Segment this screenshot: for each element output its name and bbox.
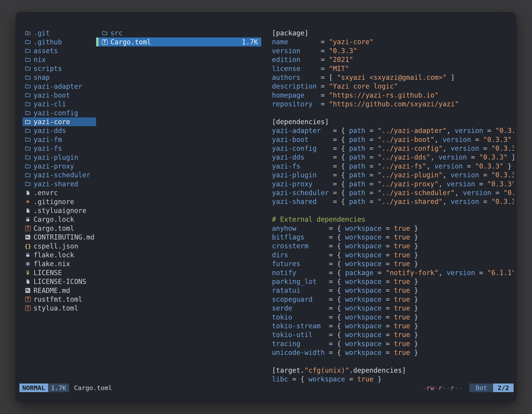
token-pun: = — [365, 189, 378, 197]
parent-item-yazi-shared[interactable]: yazi-shared — [22, 180, 96, 188]
token-key: workspace — [345, 251, 382, 259]
token-key: workspace — [345, 322, 382, 330]
preview-line: yazi-fs = { path = "../yazi-fs", version… — [272, 162, 514, 171]
parent-item-LICENSE[interactable]: LICENSE — [22, 268, 96, 277]
token-pun: = — [381, 322, 394, 330]
token-pun: } — [410, 233, 418, 241]
token-bool: true — [394, 278, 410, 286]
parent-item-Cargo.lock[interactable]: Cargo.lock — [22, 215, 96, 224]
token-str: "0.3.3" — [483, 136, 512, 144]
parent-item-.gitignore[interactable]: .gitignore — [22, 197, 96, 206]
token-key: workspace — [345, 313, 382, 321]
token-key: version — [451, 198, 479, 206]
token-pun: = — [365, 153, 378, 161]
preview-line — [272, 206, 514, 215]
item-label: .github — [34, 38, 62, 46]
token-str: "0.3.3" — [491, 198, 514, 206]
token-pun: = { — [317, 278, 345, 286]
token-pun: = — [345, 375, 357, 383]
parent-item-flake.lock[interactable]: flake.lock — [22, 250, 96, 259]
parent-item-Cargo.toml[interactable]: TCargo.toml — [22, 224, 96, 233]
token-pun: , — [442, 171, 451, 179]
token-pun: = — [365, 171, 378, 179]
parent-item-LICENSE-ICONS[interactable]: LICENSE-ICONS — [22, 277, 96, 286]
token-pun: = { — [304, 153, 349, 161]
perm-dash: - — [434, 384, 438, 392]
token-key: authors — [272, 73, 300, 81]
parent-item-README.md[interactable]: M↓README.md — [22, 286, 96, 295]
parent-item-yazi-proxy[interactable]: yazi-proxy — [22, 162, 96, 171]
parent-item-yazi-adapter[interactable]: yazi-adapter — [22, 82, 96, 91]
token-com: # External dependencies — [272, 215, 365, 223]
token-pun: = — [365, 162, 378, 170]
parent-item-yazi-config[interactable]: yazi-config — [22, 109, 96, 117]
parent-item-yazi-boot[interactable]: yazi-boot — [22, 91, 96, 100]
token-key: path — [349, 180, 365, 188]
token-pun: , — [430, 153, 438, 161]
token-bool: true — [394, 304, 410, 312]
preview-line: [target."cfg(unix)".dependencies] — [272, 366, 514, 375]
parent-item-assets[interactable]: assets — [22, 47, 96, 55]
perm-letter: r — [438, 384, 442, 392]
parent-item-snap[interactable]: snap — [22, 73, 96, 82]
parent-item-cspell.json[interactable]: {}cspell.json — [22, 241, 96, 250]
toml-icon: T — [25, 305, 31, 312]
folder-icon — [25, 127, 31, 135]
parent-item-.styluaignore[interactable]: .styluaignore — [22, 206, 96, 215]
preview-line: edition = "2021" — [272, 55, 514, 64]
preview-line: scopeguard = { workspace = true } — [272, 295, 514, 304]
parent-item-CONTRIBUTING.md[interactable]: M↓CONTRIBUTING.md — [22, 233, 96, 241]
token-key: futures — [272, 260, 300, 268]
token-pun: } — [410, 251, 418, 259]
preview-line: repository = "https://github.com/sxyazi/… — [272, 100, 514, 108]
token-bool: true — [394, 251, 410, 259]
token-bool: true — [394, 340, 410, 348]
preview-line: tracing = { workspace = true } — [272, 339, 514, 348]
preview-line: yazi-dds = { path = "../yazi-dds", versi… — [272, 153, 514, 162]
preview-line — [272, 109, 514, 117]
token-pun: = { — [313, 331, 345, 339]
token-key: workspace — [345, 304, 382, 312]
item-label: yazi-cli — [34, 100, 66, 108]
parent-item-yazi-dds[interactable]: yazi-dds — [22, 126, 96, 135]
folder-icon — [25, 136, 31, 143]
parent-item-stylua.toml[interactable]: Tstylua.toml — [22, 304, 96, 313]
token-str: "Yazi core logic" — [329, 82, 398, 90]
current-item-Cargo.toml[interactable]: TCargo.toml1.7K — [96, 38, 261, 46]
token-pun: = — [381, 260, 394, 268]
current-item-src[interactable]: src — [96, 29, 261, 38]
cursor-position-badge: 2/2 — [493, 384, 513, 392]
parent-item-.github[interactable]: .github — [22, 38, 96, 46]
parent-item-scripts[interactable]: scripts — [22, 64, 96, 73]
parent-item-yazi-fm[interactable]: yazi-fm — [22, 135, 96, 144]
token-key: edition — [272, 56, 300, 64]
token-pun: = { — [288, 251, 345, 259]
token-pun: = — [381, 340, 394, 348]
parent-item-yazi-plugin[interactable]: yazi-plugin — [22, 153, 96, 162]
parent-item-.envrc[interactable]: .envrc — [22, 188, 96, 197]
token-key: yazi-proxy — [272, 180, 313, 188]
token-key: version — [446, 269, 475, 277]
token-key: tracing — [272, 340, 300, 348]
lock-icon — [25, 216, 31, 223]
token-key: path — [349, 153, 365, 161]
perm-dash: - — [455, 384, 459, 392]
folder-icon — [25, 74, 31, 81]
git-icon — [25, 198, 31, 205]
parent-item-.git[interactable]: .git — [22, 29, 96, 38]
token-pun: = — [365, 136, 378, 144]
parent-item-flake.nix[interactable]: flake.nix — [22, 259, 96, 268]
token-pun: = — [483, 127, 495, 135]
parent-item-yazi-scheduler[interactable]: yazi-scheduler — [22, 171, 96, 179]
toml-icon: T — [25, 296, 31, 303]
token-pun: = — [374, 269, 386, 277]
parent-item-rustfmt.toml[interactable]: Trustfmt.toml — [22, 295, 96, 304]
parent-item-yazi-cli[interactable]: yazi-cli — [22, 100, 96, 108]
preview-line: yazi-config = { path = "../yazi-config",… — [272, 144, 514, 153]
preview-line: [dependencies] — [272, 117, 514, 126]
parent-item-yazi-fs[interactable]: yazi-fs — [22, 144, 96, 153]
preview-line: tokio-util = { workspace = true } — [272, 330, 514, 339]
parent-item-yazi-core[interactable]: yazi-core — [22, 117, 96, 126]
parent-item-nix[interactable]: nix — [22, 55, 96, 64]
preview-line: dirs = { workspace = true } — [272, 250, 514, 259]
